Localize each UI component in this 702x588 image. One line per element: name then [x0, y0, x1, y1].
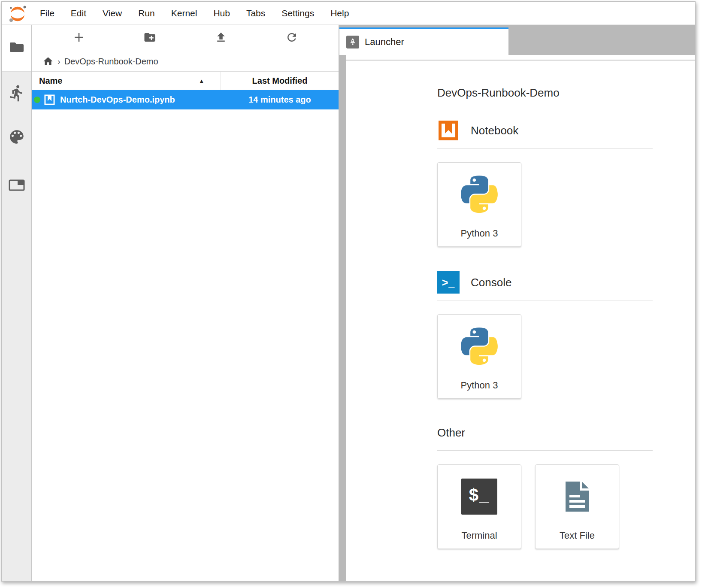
kernel-running-indicator: [34, 97, 40, 103]
menu-file[interactable]: File: [32, 8, 63, 18]
card-label: Python 3: [461, 228, 498, 239]
dock-tab-bar: Launcher: [339, 25, 695, 55]
sort-ascending-icon: ▲: [199, 78, 204, 84]
sidebar-tab-running[interactable]: [2, 84, 31, 104]
new-launcher-button[interactable]: [43, 25, 115, 52]
launcher-card-terminal[interactable]: $_ Terminal: [437, 464, 521, 549]
left-sidebar: [2, 25, 32, 581]
launcher-card-console-python3[interactable]: Python 3: [437, 314, 521, 399]
plus-icon: [73, 31, 85, 45]
sidebar-tab-commands[interactable]: [2, 128, 31, 148]
menu-hub[interactable]: Hub: [205, 8, 238, 18]
launcher-panel: DevOps-Runbook-Demo Notebook: [346, 55, 695, 581]
upload-button[interactable]: [185, 25, 257, 52]
section-label-other: Other: [437, 426, 465, 439]
file-last-modified: 14 minutes ago: [221, 95, 339, 105]
menu-run[interactable]: Run: [130, 8, 163, 18]
tabs-icon: [9, 179, 25, 193]
section-label-console: Console: [471, 276, 511, 289]
home-icon[interactable]: [42, 56, 54, 67]
breadcrumb-path[interactable]: DevOps-Runbook-Demo: [64, 57, 158, 67]
notebook-icon: [437, 119, 460, 142]
launcher-card-text-file[interactable]: Text File: [535, 464, 619, 549]
card-label: Python 3: [461, 380, 498, 391]
menu-tabs[interactable]: Tabs: [238, 8, 273, 18]
menu-help[interactable]: Help: [322, 8, 357, 18]
refresh-icon: [285, 31, 298, 45]
breadcrumb: › DevOps-Runbook-Demo: [32, 52, 339, 71]
new-folder-icon: [143, 31, 156, 45]
section-divider: [437, 450, 653, 451]
palette-icon: [8, 128, 26, 148]
file-row[interactable]: Nurtch-DevOps-Demo.ipynb 14 minutes ago: [32, 90, 339, 109]
card-label: Text File: [560, 530, 595, 541]
section-divider: [437, 148, 653, 149]
launcher-section-other: Other $_ Terminal: [437, 426, 678, 549]
menu-settings[interactable]: Settings: [273, 8, 322, 18]
card-label: Terminal: [461, 530, 497, 541]
section-label-notebook: Notebook: [471, 124, 518, 137]
tab-launcher-label: Launcher: [365, 36, 404, 48]
running-man-icon: [8, 84, 26, 104]
refresh-button[interactable]: [257, 25, 328, 52]
launcher-section-notebook: Notebook Python 3: [437, 119, 678, 247]
panel-splitter[interactable]: [339, 25, 346, 581]
console-icon: >_: [437, 271, 460, 294]
folder-icon: [9, 41, 24, 55]
file-browser-panel: › DevOps-Runbook-Demo Name ▲ Last Modifi…: [32, 25, 339, 581]
section-divider: [437, 300, 653, 300]
file-name: Nurtch-DevOps-Demo.ipynb: [60, 95, 175, 105]
launcher-card-notebook-python3[interactable]: Python 3: [437, 162, 521, 247]
column-header-last-modified[interactable]: Last Modified: [221, 76, 339, 86]
file-browser-toolbar: [32, 25, 339, 52]
menu-view[interactable]: View: [94, 8, 130, 18]
jupyter-logo-icon: [8, 4, 27, 23]
menu-bar: File Edit View Run Kernel Hub Tabs Setti…: [2, 2, 695, 25]
menu-kernel[interactable]: Kernel: [163, 8, 206, 18]
python-icon: [458, 173, 500, 216]
column-header-name[interactable]: Name ▲: [32, 72, 221, 90]
file-list-header: Name ▲ Last Modified: [32, 71, 339, 90]
breadcrumb-separator: ›: [57, 57, 61, 67]
sidebar-tab-files[interactable]: [2, 25, 31, 72]
jupyterlab-window: File Edit View Run Kernel Hub Tabs Setti…: [1, 1, 696, 582]
python-icon: [458, 325, 500, 368]
launcher-section-console: >_ Console Py: [437, 271, 678, 399]
terminal-icon: $_: [461, 475, 497, 518]
new-folder-button[interactable]: [115, 25, 186, 52]
tab-launcher[interactable]: Launcher: [339, 27, 508, 55]
dock-panel: Launcher DevOps-Runbook-Demo: [339, 25, 695, 581]
text-file-icon: [559, 475, 595, 518]
notebook-icon: [44, 94, 55, 106]
sidebar-tab-open-tabs[interactable]: [2, 176, 31, 196]
launcher-cwd-title: DevOps-Runbook-Demo: [437, 86, 678, 99]
launcher-rocket-icon: [346, 36, 359, 48]
upload-icon: [215, 31, 227, 45]
menu-edit[interactable]: Edit: [63, 8, 94, 18]
name-column-label: Name: [39, 76, 62, 86]
